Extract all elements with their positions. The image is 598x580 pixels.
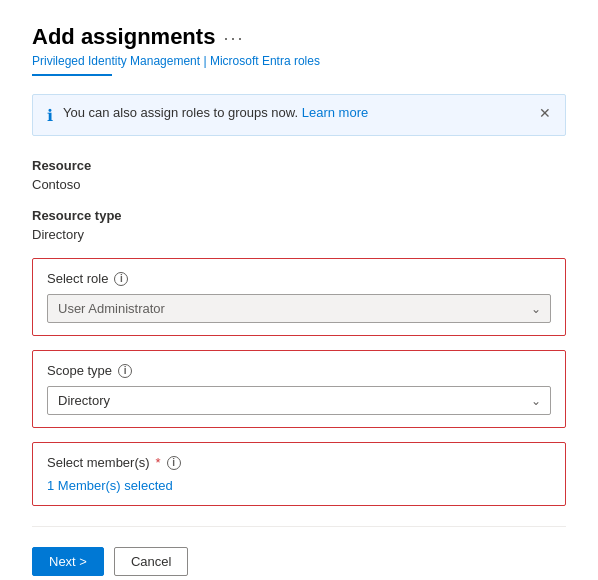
resource-type-field: Resource type Directory: [32, 208, 566, 242]
scope-type-label: Scope type: [47, 363, 112, 378]
resource-field: Resource Contoso: [32, 158, 566, 192]
scope-type-dropdown[interactable]: Directory: [47, 386, 551, 415]
resource-type-label: Resource type: [32, 208, 566, 223]
info-banner: ℹ You can also assign roles to groups no…: [32, 94, 566, 136]
cancel-button[interactable]: Cancel: [114, 547, 188, 576]
required-star: *: [156, 455, 161, 470]
learn-more-link[interactable]: Learn more: [302, 105, 368, 120]
resource-value: Contoso: [32, 177, 566, 192]
scope-type-info-icon[interactable]: i: [118, 364, 132, 378]
button-row: Next > Cancel: [32, 547, 566, 576]
info-banner-text: You can also assign roles to groups now.…: [63, 105, 368, 120]
select-role-label-row: Select role i: [47, 271, 551, 286]
scope-type-section: Scope type i Directory ⌄: [32, 350, 566, 428]
select-role-section: Select role i User Administrator ⌄: [32, 258, 566, 336]
next-button[interactable]: Next >: [32, 547, 104, 576]
select-members-section: Select member(s) * i 1 Member(s) selecte…: [32, 442, 566, 506]
title-underline: [32, 74, 112, 76]
resource-type-value: Directory: [32, 227, 566, 242]
info-banner-content: ℹ You can also assign roles to groups no…: [47, 105, 529, 125]
select-members-label: Select member(s): [47, 455, 150, 470]
select-role-label: Select role: [47, 271, 108, 286]
close-icon[interactable]: ✕: [539, 105, 551, 121]
section-divider: [32, 526, 566, 527]
scope-type-label-row: Scope type i: [47, 363, 551, 378]
resource-label: Resource: [32, 158, 566, 173]
select-members-label-row: Select member(s) * i: [47, 455, 551, 470]
page-header: Add assignments ··· Privileged Identity …: [32, 24, 566, 76]
select-role-dropdown[interactable]: User Administrator: [47, 294, 551, 323]
select-role-wrapper[interactable]: User Administrator ⌄: [47, 294, 551, 323]
breadcrumb: Privileged Identity Management | Microso…: [32, 54, 566, 68]
select-role-info-icon[interactable]: i: [114, 272, 128, 286]
page-title: Add assignments: [32, 24, 215, 50]
select-members-info-icon[interactable]: i: [167, 456, 181, 470]
info-icon: ℹ: [47, 106, 53, 125]
scope-type-wrapper[interactable]: Directory ⌄: [47, 386, 551, 415]
members-selected-text[interactable]: 1 Member(s) selected: [47, 478, 551, 493]
more-options-icon[interactable]: ···: [223, 28, 244, 49]
